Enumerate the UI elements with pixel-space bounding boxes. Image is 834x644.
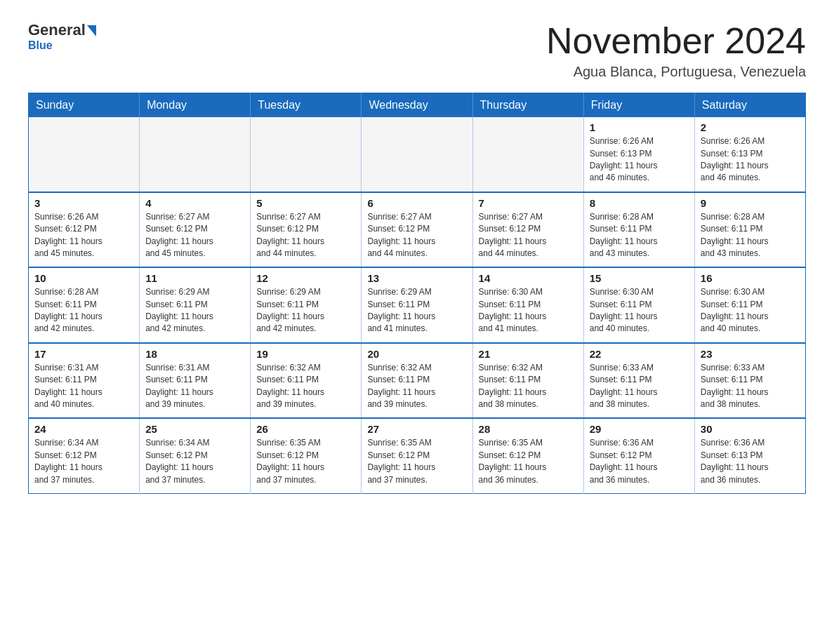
- month-title: November 2024: [546, 21, 806, 61]
- day-of-week-header: Saturday: [694, 93, 805, 118]
- day-info: Sunrise: 6:26 AM Sunset: 6:13 PM Dayligh…: [701, 135, 800, 185]
- calendar-cell: 25Sunrise: 6:34 AM Sunset: 6:12 PM Dayli…: [140, 418, 251, 493]
- calendar-week-row: 1Sunrise: 6:26 AM Sunset: 6:13 PM Daylig…: [29, 117, 806, 192]
- calendar-cell: 28Sunrise: 6:35 AM Sunset: 6:12 PM Dayli…: [472, 418, 583, 493]
- logo-general-text: General: [28, 21, 86, 39]
- calendar-cell: 1Sunrise: 6:26 AM Sunset: 6:13 PM Daylig…: [583, 117, 694, 192]
- day-of-week-header: Tuesday: [251, 93, 362, 118]
- day-of-week-header: Thursday: [472, 93, 583, 118]
- day-number: 4: [145, 197, 244, 209]
- calendar-cell: 10Sunrise: 6:28 AM Sunset: 6:11 PM Dayli…: [29, 267, 140, 343]
- calendar-cell: 20Sunrise: 6:32 AM Sunset: 6:11 PM Dayli…: [362, 343, 472, 419]
- day-info: Sunrise: 6:33 AM Sunset: 6:11 PM Dayligh…: [590, 362, 689, 411]
- calendar-cell: 2Sunrise: 6:26 AM Sunset: 6:13 PM Daylig…: [694, 117, 805, 192]
- calendar-table: SundayMondayTuesdayWednesdayThursdayFrid…: [28, 93, 806, 494]
- day-number: 19: [256, 348, 355, 360]
- calendar-cell: 9Sunrise: 6:28 AM Sunset: 6:11 PM Daylig…: [694, 192, 805, 268]
- logo-blue-text: Blue: [28, 39, 53, 52]
- calendar-cell: 11Sunrise: 6:29 AM Sunset: 6:11 PM Dayli…: [140, 267, 251, 343]
- day-number: 17: [34, 348, 133, 360]
- day-number: 21: [479, 348, 578, 360]
- day-of-week-header: Friday: [583, 93, 694, 118]
- day-info: Sunrise: 6:36 AM Sunset: 6:12 PM Dayligh…: [590, 437, 689, 486]
- day-number: 8: [590, 197, 689, 209]
- calendar-cell: [140, 117, 251, 192]
- day-number: 24: [34, 423, 133, 435]
- calendar-cell: 17Sunrise: 6:31 AM Sunset: 6:11 PM Dayli…: [29, 343, 140, 419]
- day-info: Sunrise: 6:35 AM Sunset: 6:12 PM Dayligh…: [367, 437, 466, 486]
- calendar-cell: [472, 117, 583, 192]
- calendar-cell: 8Sunrise: 6:28 AM Sunset: 6:11 PM Daylig…: [583, 192, 694, 268]
- day-info: Sunrise: 6:35 AM Sunset: 6:12 PM Dayligh…: [479, 437, 578, 486]
- day-info: Sunrise: 6:32 AM Sunset: 6:11 PM Dayligh…: [367, 362, 466, 411]
- day-number: 10: [34, 272, 133, 284]
- day-info: Sunrise: 6:31 AM Sunset: 6:11 PM Dayligh…: [145, 362, 244, 411]
- day-number: 25: [145, 423, 244, 435]
- calendar-week-row: 24Sunrise: 6:34 AM Sunset: 6:12 PM Dayli…: [29, 418, 806, 493]
- day-number: 29: [590, 423, 689, 435]
- day-number: 5: [256, 197, 355, 209]
- calendar-cell: 18Sunrise: 6:31 AM Sunset: 6:11 PM Dayli…: [140, 343, 251, 419]
- calendar-cell: [251, 117, 362, 192]
- calendar-week-row: 3Sunrise: 6:26 AM Sunset: 6:12 PM Daylig…: [29, 192, 806, 268]
- day-info: Sunrise: 6:36 AM Sunset: 6:13 PM Dayligh…: [701, 437, 800, 486]
- day-info: Sunrise: 6:28 AM Sunset: 6:11 PM Dayligh…: [701, 211, 800, 260]
- day-info: Sunrise: 6:29 AM Sunset: 6:11 PM Dayligh…: [367, 286, 466, 335]
- calendar-cell: 21Sunrise: 6:32 AM Sunset: 6:11 PM Dayli…: [472, 343, 583, 419]
- logo: General Blue: [28, 21, 96, 52]
- day-number: 15: [590, 272, 689, 284]
- day-number: 1: [590, 121, 689, 133]
- day-number: 3: [34, 197, 133, 209]
- day-of-week-header: Monday: [140, 93, 251, 118]
- day-number: 30: [701, 423, 800, 435]
- day-number: 26: [256, 423, 355, 435]
- day-number: 9: [701, 197, 800, 209]
- calendar-cell: 19Sunrise: 6:32 AM Sunset: 6:11 PM Dayli…: [251, 343, 362, 419]
- day-number: 2: [701, 121, 800, 133]
- day-info: Sunrise: 6:26 AM Sunset: 6:13 PM Dayligh…: [590, 135, 689, 185]
- calendar-cell: 14Sunrise: 6:30 AM Sunset: 6:11 PM Dayli…: [472, 267, 583, 343]
- day-info: Sunrise: 6:27 AM Sunset: 6:12 PM Dayligh…: [256, 211, 355, 260]
- day-info: Sunrise: 6:27 AM Sunset: 6:12 PM Dayligh…: [367, 211, 466, 260]
- day-info: Sunrise: 6:33 AM Sunset: 6:11 PM Dayligh…: [701, 362, 800, 411]
- day-info: Sunrise: 6:35 AM Sunset: 6:12 PM Dayligh…: [256, 437, 355, 486]
- day-info: Sunrise: 6:27 AM Sunset: 6:12 PM Dayligh…: [145, 211, 244, 260]
- day-info: Sunrise: 6:34 AM Sunset: 6:12 PM Dayligh…: [145, 437, 244, 486]
- day-number: 11: [145, 272, 244, 284]
- day-number: 14: [479, 272, 578, 284]
- calendar-cell: [29, 117, 140, 192]
- page-header: General Blue November 2024 Agua Blanca, …: [28, 21, 806, 80]
- day-info: Sunrise: 6:30 AM Sunset: 6:11 PM Dayligh…: [701, 286, 800, 335]
- day-number: 16: [701, 272, 800, 284]
- calendar-cell: 29Sunrise: 6:36 AM Sunset: 6:12 PM Dayli…: [583, 418, 694, 493]
- day-info: Sunrise: 6:34 AM Sunset: 6:12 PM Dayligh…: [34, 437, 133, 486]
- logo-arrow-icon: [87, 25, 96, 36]
- day-number: 18: [145, 348, 244, 360]
- day-info: Sunrise: 6:30 AM Sunset: 6:11 PM Dayligh…: [590, 286, 689, 335]
- day-info: Sunrise: 6:28 AM Sunset: 6:11 PM Dayligh…: [590, 211, 689, 260]
- day-info: Sunrise: 6:29 AM Sunset: 6:11 PM Dayligh…: [145, 286, 244, 335]
- calendar-week-row: 17Sunrise: 6:31 AM Sunset: 6:11 PM Dayli…: [29, 343, 806, 419]
- calendar-cell: 4Sunrise: 6:27 AM Sunset: 6:12 PM Daylig…: [140, 192, 251, 268]
- day-number: 28: [479, 423, 578, 435]
- day-number: 12: [256, 272, 355, 284]
- day-number: 6: [367, 197, 466, 209]
- day-number: 27: [367, 423, 466, 435]
- day-number: 20: [367, 348, 466, 360]
- day-number: 22: [590, 348, 689, 360]
- calendar-cell: 13Sunrise: 6:29 AM Sunset: 6:11 PM Dayli…: [362, 267, 472, 343]
- day-number: 7: [479, 197, 578, 209]
- days-of-week-row: SundayMondayTuesdayWednesdayThursdayFrid…: [29, 93, 806, 118]
- day-info: Sunrise: 6:26 AM Sunset: 6:12 PM Dayligh…: [34, 211, 133, 260]
- calendar-cell: 16Sunrise: 6:30 AM Sunset: 6:11 PM Dayli…: [694, 267, 805, 343]
- day-info: Sunrise: 6:32 AM Sunset: 6:11 PM Dayligh…: [479, 362, 578, 411]
- calendar-body: 1Sunrise: 6:26 AM Sunset: 6:13 PM Daylig…: [29, 117, 806, 493]
- day-number: 13: [367, 272, 466, 284]
- day-info: Sunrise: 6:31 AM Sunset: 6:11 PM Dayligh…: [34, 362, 133, 411]
- title-section: November 2024 Agua Blanca, Portuguesa, V…: [546, 21, 806, 80]
- calendar-cell: 3Sunrise: 6:26 AM Sunset: 6:12 PM Daylig…: [29, 192, 140, 268]
- day-of-week-header: Wednesday: [362, 93, 472, 118]
- day-info: Sunrise: 6:27 AM Sunset: 6:12 PM Dayligh…: [479, 211, 578, 260]
- location-text: Agua Blanca, Portuguesa, Venezuela: [546, 64, 806, 80]
- day-number: 23: [701, 348, 800, 360]
